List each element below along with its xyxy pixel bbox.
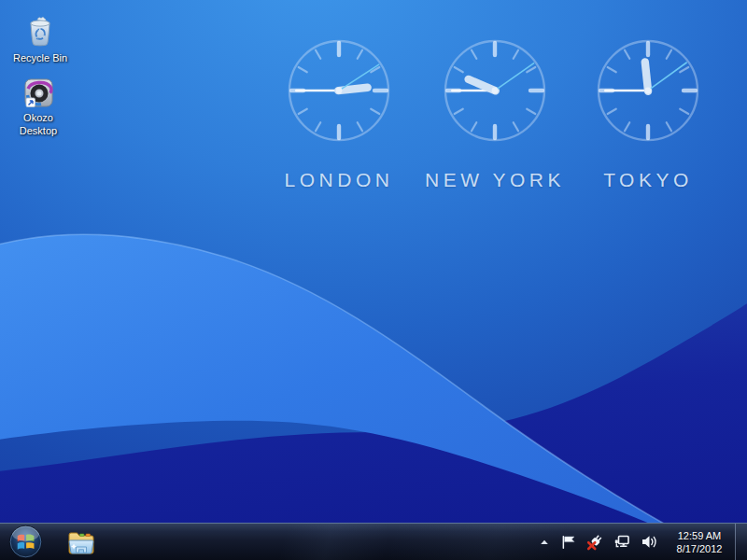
clock-face-london <box>286 37 392 144</box>
okozo-label-line1: Okozo <box>23 111 53 124</box>
taskbar-date: 8/17/2012 <box>670 542 728 555</box>
start-orb-icon <box>8 525 43 559</box>
recycle-bin-label: Recycle Bin <box>13 51 67 64</box>
recycle-bin-icon <box>23 14 57 49</box>
second-hand <box>492 63 534 92</box>
clock-face-tokyo <box>595 37 701 144</box>
okozo-label-line2: Desktop <box>20 124 57 137</box>
network-icon <box>613 534 631 550</box>
clock-face-newyork <box>442 37 548 144</box>
clock-hub <box>492 88 499 94</box>
power-plug-error-icon <box>586 533 604 551</box>
taskbar-clock[interactable]: 12:59 AM 8/17/2012 <box>670 529 728 555</box>
show-desktop-button[interactable] <box>735 524 747 560</box>
clock-city-label: TOKYO <box>603 169 693 191</box>
desktop-icon-recycle-bin[interactable]: Recycle Bin <box>9 14 71 64</box>
desktop: Recycle Bin Okozo Desktop <box>0 0 747 560</box>
second-hand <box>646 62 688 92</box>
power-status-button[interactable] <box>585 531 604 553</box>
world-clock-tokyo: TOKYO <box>595 37 701 191</box>
clock-hub <box>336 88 343 94</box>
clock-hub <box>645 88 652 94</box>
explorer-folder-icon <box>66 528 96 556</box>
chevron-up-icon <box>539 537 550 548</box>
flag-icon <box>560 534 576 551</box>
clock-city-label: LONDON <box>285 169 394 191</box>
taskbar-time: 12:59 AM <box>670 529 728 542</box>
taskbar: 12:59 AM 8/17/2012 <box>0 523 747 560</box>
explorer-taskbar-button[interactable] <box>65 525 97 559</box>
action-center-button[interactable] <box>558 531 577 553</box>
start-button[interactable] <box>7 525 43 560</box>
volume-button[interactable] <box>640 531 658 553</box>
network-status-button[interactable] <box>613 531 631 553</box>
world-clock-newyork: NEW YORK <box>442 37 548 191</box>
okozo-desktop-icon <box>23 77 54 109</box>
minute-hand <box>604 90 651 91</box>
show-hidden-icons-button[interactable] <box>539 531 550 553</box>
world-clock-london: LONDON <box>286 37 392 191</box>
system-tray: 12:59 AM 8/17/2012 <box>539 524 728 560</box>
clock-city-label: NEW YORK <box>425 169 565 191</box>
speaker-icon <box>641 534 658 550</box>
desktop-icon-okozo-desktop[interactable]: Okozo Desktop <box>7 77 69 137</box>
